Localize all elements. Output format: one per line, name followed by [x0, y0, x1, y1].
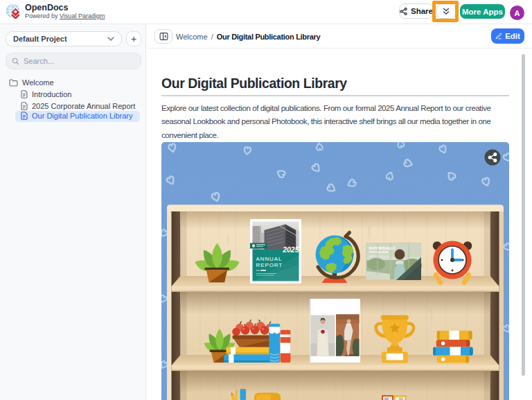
svg-text:2025: 2025: [282, 245, 299, 254]
svg-text:PHOTO ALBUM: PHOTO ALBUM: [369, 250, 389, 254]
svg-text:ANNUAL: ANNUAL: [256, 256, 283, 262]
svg-text:REPORT: REPORT: [256, 262, 283, 268]
svg-text:HAPPY 2024 2025: HAPPY 2024 2025: [369, 255, 390, 258]
svg-text:BABY MICHELLE: BABY MICHELLE: [369, 247, 396, 250]
